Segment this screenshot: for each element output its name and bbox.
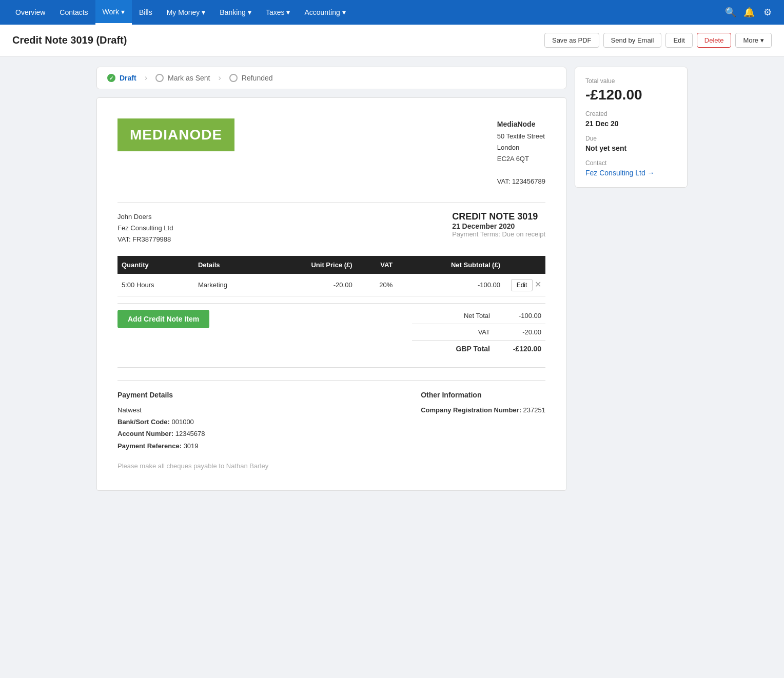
- cell-unit-price: -20.00: [264, 274, 357, 297]
- nav-taxes[interactable]: Taxes ▾: [259, 0, 298, 25]
- col-details: Details: [194, 256, 264, 274]
- mark-sent-status-icon: [155, 74, 164, 82]
- bell-icon[interactable]: 🔔: [741, 4, 757, 21]
- client-info: John Doers Fez Consulting Ltd VAT: FR387…: [117, 211, 173, 245]
- status-bar: Draft › Mark as Sent › Refunded: [96, 67, 566, 89]
- page-header: Credit Note 3019 (Draft) Save as PDF Sen…: [0, 25, 784, 56]
- search-icon[interactable]: 🔍: [722, 4, 739, 21]
- sidebar-due-value: Not yet sent: [585, 144, 677, 152]
- cell-quantity: 5:00 Hours: [117, 274, 194, 297]
- col-actions: [504, 256, 545, 274]
- col-net-subtotal: Net Subtotal (£): [397, 256, 504, 274]
- company-logo: MEDIANODE: [117, 118, 234, 151]
- doc-billing: John Doers Fez Consulting Ltd VAT: FR387…: [117, 203, 545, 245]
- net-total-row: Net Total -100.00: [412, 310, 545, 322]
- refunded-status-icon: [229, 74, 238, 82]
- sidebar-contact-link[interactable]: Fez Consulting Ltd →: [585, 169, 655, 177]
- status-arrow-1: ›: [145, 73, 147, 83]
- payment-details: Payment Details Natwest Bank/Sort Code: …: [117, 391, 205, 452]
- nav-accounting[interactable]: Accounting ▾: [297, 0, 352, 25]
- edit-button[interactable]: Edit: [665, 33, 692, 48]
- status-step-mark-sent[interactable]: Mark as Sent: [155, 74, 210, 82]
- main-content: Draft › Mark as Sent › Refunded MEDIANOD…: [84, 56, 700, 501]
- chevron-down-icon: ▾: [760, 36, 764, 44]
- save-pdf-button[interactable]: Save as PDF: [544, 33, 599, 48]
- row-actions: Edit ✕: [504, 274, 545, 297]
- chevron-down-icon: ▾: [248, 8, 251, 16]
- row-edit-button[interactable]: Edit: [511, 279, 533, 291]
- nav-banking[interactable]: Banking ▾: [212, 0, 259, 25]
- status-step-draft: Draft: [107, 74, 136, 82]
- col-quantity: Quantity: [117, 256, 194, 274]
- header-actions: Save as PDF Send by Email Edit Delete Mo…: [544, 33, 772, 48]
- sidebar-total-value: -£120.00: [585, 87, 677, 103]
- table-row: 5:00 Hours Marketing -20.00 20% -100.00 …: [117, 274, 545, 297]
- sidebar-card: Total value -£120.00 Created 21 Dec 20 D…: [575, 67, 688, 188]
- chevron-down-icon: ▾: [286, 8, 290, 16]
- gbp-total-row: GBP Total -£120.00: [412, 343, 545, 355]
- credit-note-document: MEDIANODE MediaNode 50 Textile Street Lo…: [96, 97, 566, 491]
- send-email-button[interactable]: Send by Email: [603, 33, 662, 48]
- nav-overview[interactable]: Overview: [8, 0, 52, 25]
- chevron-down-icon: ▾: [342, 8, 346, 16]
- company-info: MediaNode 50 Textile Street London EC2A …: [497, 118, 545, 187]
- chevron-down-icon: ▾: [202, 8, 205, 16]
- right-panel: Total value -£120.00 Created 21 Dec 20 D…: [575, 67, 688, 491]
- nav-my-money[interactable]: My Money ▾: [160, 0, 213, 25]
- row-delete-icon[interactable]: ✕: [535, 280, 541, 289]
- status-arrow-2: ›: [218, 73, 221, 83]
- nav-work[interactable]: Work ▾: [95, 0, 132, 25]
- credit-note-title-block: CREDIT NOTE 3019 21 December 2020 Paymen…: [452, 211, 545, 245]
- delete-button[interactable]: Delete: [697, 33, 732, 48]
- left-panel: Draft › Mark as Sent › Refunded MEDIANOD…: [96, 67, 566, 491]
- other-information: Other Information Company Registration N…: [421, 391, 545, 452]
- col-unit-price: Unit Price (£): [264, 256, 357, 274]
- page-title: Credit Note 3019 (Draft): [12, 34, 127, 46]
- doc-footer: Payment Details Natwest Bank/Sort Code: …: [117, 380, 545, 452]
- main-nav: Overview Contacts Work ▾ Bills My Money …: [0, 0, 784, 25]
- nav-bills[interactable]: Bills: [132, 0, 160, 25]
- settings-icon[interactable]: ⚙: [759, 4, 776, 21]
- more-button[interactable]: More ▾: [735, 33, 772, 48]
- doc-company-header: MEDIANODE MediaNode 50 Textile Street Lo…: [117, 118, 545, 187]
- status-step-refunded[interactable]: Refunded: [229, 74, 273, 82]
- cell-net-subtotal: -100.00: [397, 274, 504, 297]
- cell-details: Marketing: [194, 274, 264, 297]
- sidebar-created-value: 21 Dec 20: [585, 119, 677, 128]
- draft-status-icon: [107, 74, 115, 82]
- nav-contacts[interactable]: Contacts: [52, 0, 95, 25]
- line-items-table: Quantity Details Unit Price (£) VAT Net …: [117, 256, 545, 297]
- col-vat: VAT: [357, 256, 397, 274]
- cell-vat: 20%: [357, 274, 397, 297]
- add-credit-note-item-button[interactable]: Add Credit Note Item: [117, 310, 209, 328]
- cheque-note: Please make all cheques payable to Natha…: [117, 462, 545, 470]
- chevron-down-icon: ▾: [121, 8, 125, 16]
- vat-row: VAT -20.00: [412, 326, 545, 338]
